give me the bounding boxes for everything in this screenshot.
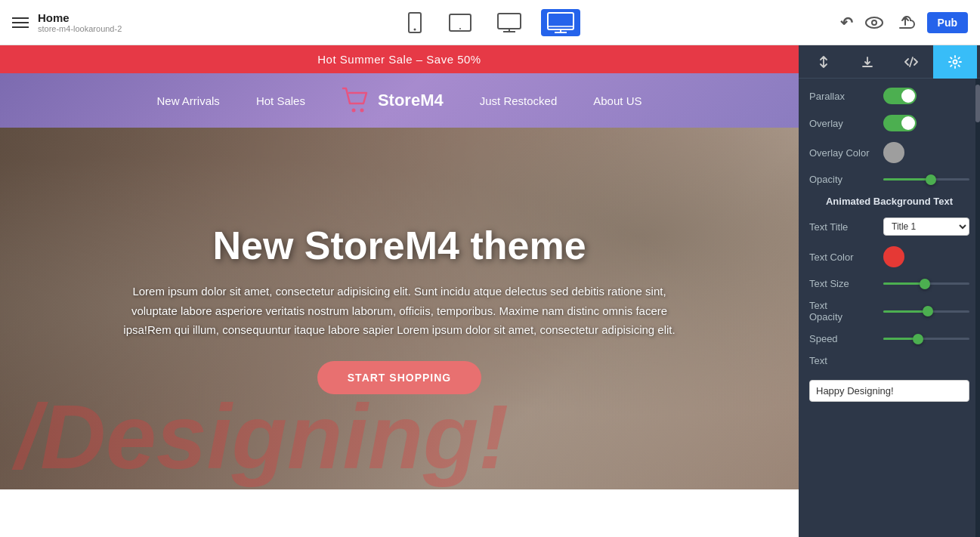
nav-logo-text: StoreM4 [378, 91, 444, 110]
svg-point-11 [866, 17, 883, 28]
text-color-row: Text Color [809, 246, 969, 267]
publish-button[interactable]: Pub [927, 12, 968, 33]
overlay-color-swatch[interactable] [883, 142, 904, 163]
text-title-row: Text Title Title 1 Title 2 Title 3 [809, 218, 969, 236]
overlay-toggle[interactable] [883, 115, 917, 131]
text-opacity-row: TextOpacity [809, 300, 969, 323]
text-size-slider[interactable] [883, 282, 969, 285]
device-switcher [163, 9, 817, 36]
announcement-text: Hot Summer Sale – Save 50% [317, 53, 481, 66]
overlay-label: Overlay [809, 118, 877, 129]
page-slug: store-m4-lookaround-2 [38, 24, 122, 33]
parallax-toggle[interactable] [883, 88, 917, 104]
svg-point-15 [954, 60, 957, 63]
hero-section: /Designing! New StoreM4 theme Lorem ipsu… [0, 128, 799, 489]
code-tool-btn[interactable] [889, 45, 933, 79]
speed-row: Speed [809, 333, 969, 344]
speed-slider[interactable] [883, 338, 969, 340]
sort-tool-btn[interactable] [802, 45, 846, 79]
svg-point-14 [360, 109, 363, 113]
top-bar-right: ↶ Pub [817, 12, 968, 33]
hamburger-icon[interactable] [12, 17, 29, 28]
text-field-row: Text [809, 355, 969, 366]
canvas-area: Hot Summer Sale – Save 50% New Arrivals … [0, 45, 799, 537]
panel-toolbar [799, 45, 980, 79]
panel-body: Parallax Overlay Overlay Color Opacity [799, 79, 980, 537]
right-panel: Parallax Overlay Overlay Color Opacity [799, 45, 980, 537]
page-info: Home store-m4-lookaround-2 [38, 11, 122, 33]
announcement-bar: Hot Summer Sale – Save 50% [0, 45, 799, 73]
desktop-device-btn[interactable] [541, 9, 580, 36]
svg-point-13 [351, 109, 355, 113]
nav-new-arrivals[interactable]: New Arrivals [157, 94, 220, 107]
opacity-slider[interactable] [883, 178, 969, 181]
animated-text-input[interactable] [809, 380, 969, 402]
opacity-label: Opacity [809, 174, 877, 185]
text-field-label: Text [809, 355, 877, 366]
top-bar-left: Home store-m4-lookaround-2 [12, 11, 163, 33]
animated-bg-section-title: Animated Background Text [809, 196, 969, 207]
parallax-label: Parallax [809, 91, 877, 102]
overlay-row: Overlay [809, 115, 969, 131]
hero-title: New StoreM4 theme [212, 223, 586, 268]
upload-button[interactable] [895, 14, 915, 31]
hero-cta-button[interactable]: START SHOPPING [317, 361, 481, 394]
undo-button[interactable]: ↶ [840, 14, 853, 32]
svg-rect-4 [498, 14, 521, 29]
text-opacity-slider[interactable] [883, 310, 969, 313]
speed-label: Speed [809, 333, 877, 344]
tablet-device-btn[interactable] [443, 11, 478, 35]
nav-hot-sales[interactable]: Hot Sales [256, 94, 305, 107]
svg-point-12 [872, 20, 876, 25]
desktop-small-device-btn[interactable] [491, 10, 527, 35]
svg-point-3 [459, 28, 461, 29]
nav-bar: New Arrivals Hot Sales StoreM4 Just Rest… [0, 73, 799, 128]
mobile-device-btn[interactable] [400, 9, 429, 36]
text-title-select[interactable]: Title 1 Title 2 Title 3 [883, 218, 969, 236]
text-color-label: Text Color [809, 252, 877, 263]
text-title-label: Text Title [809, 221, 877, 233]
svg-point-1 [413, 28, 416, 30]
parallax-row: Parallax [809, 88, 969, 104]
preview-button[interactable] [865, 17, 883, 29]
nav-about-us[interactable]: About US [593, 94, 641, 107]
top-bar: Home store-m4-lookaround-2 [0, 0, 980, 45]
nav-logo: StoreM4 [342, 87, 444, 114]
text-size-label: Text Size [809, 278, 877, 289]
text-color-swatch[interactable] [883, 246, 904, 267]
hero-body: Lorem ipsum dolor sit amet, consectetur … [113, 282, 687, 340]
panel-scrollbar-thumb[interactable] [975, 85, 980, 122]
opacity-row: Opacity [809, 174, 969, 185]
text-opacity-label: TextOpacity [809, 300, 877, 323]
overlay-color-row: Overlay Color [809, 142, 969, 163]
page-name: Home [38, 11, 122, 24]
hero-content: New StoreM4 theme Lorem ipsum dolor sit … [0, 128, 799, 489]
text-size-row: Text Size [809, 278, 969, 289]
main-area: Hot Summer Sale – Save 50% New Arrivals … [0, 45, 980, 537]
download-tool-btn[interactable] [846, 45, 889, 79]
nav-just-restocked[interactable]: Just Restocked [480, 94, 558, 107]
overlay-color-label: Overlay Color [809, 147, 877, 159]
settings-tool-btn[interactable] [933, 45, 977, 79]
panel-scrollbar [975, 79, 980, 537]
